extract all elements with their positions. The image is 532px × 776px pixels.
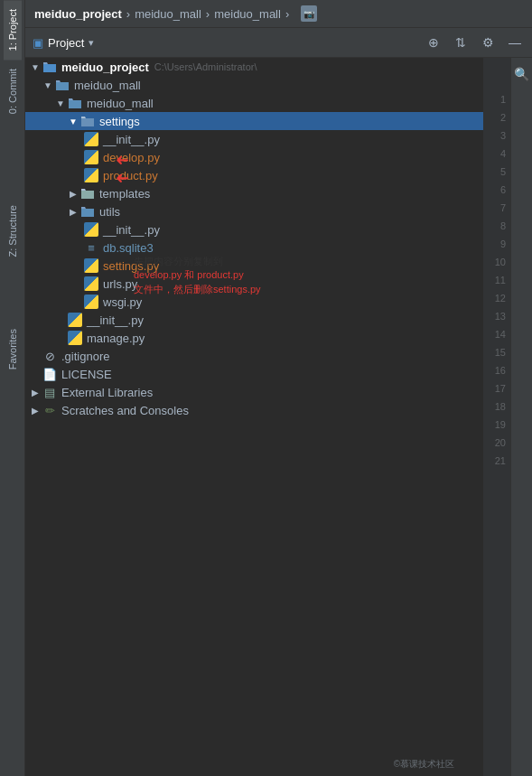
tree-label-db: db.sqlite3 — [103, 241, 154, 255]
tree-item-ext-libs[interactable]: ▶ ▤ External Libraries — [25, 383, 483, 401]
tree-item-scratches[interactable]: ▶ ✏ Scratches and Consoles — [25, 401, 483, 419]
tree-label-settings: settings — [99, 115, 140, 128]
bc-item-2[interactable]: meiduo_mall — [135, 7, 201, 21]
python-icon — [83, 276, 99, 291]
bc-item-3[interactable]: meiduo_mall — [214, 7, 281, 21]
breadcrumb: meiduo_project › meiduo_mall › meiduo_ma… — [25, 0, 532, 28]
tree-label-init2: __init__.py — [103, 223, 160, 237]
tree-item-gitignore[interactable]: ⊘ .gitignore — [25, 347, 483, 365]
collapse-btn[interactable]: ⇅ — [451, 33, 471, 52]
tree-item-develop[interactable]: develop.py 开发环境配置 ➜ — [25, 148, 483, 166]
add-btn[interactable]: ⊕ — [424, 33, 443, 52]
tree-label-ext-libs: External Libraries — [61, 386, 153, 399]
tree-path: C:\Users\Administrator\ — [154, 61, 257, 72]
folder-icon — [42, 60, 58, 74]
tree-label-settings-py: settings.py — [103, 259, 159, 273]
db-icon: ≡ — [83, 240, 99, 255]
expand-arrow: ▶ — [67, 189, 79, 199]
file-tree: ▼ meiduo_project C:\Users\Administrator\… — [25, 58, 483, 776]
camera-icon: 📷 — [301, 5, 317, 22]
project-panel: ▣ Project ▾ ⊕ ⇅ ⚙ — ▼ — [25, 28, 532, 776]
tree-label-license: LICENSE — [61, 368, 112, 381]
tree-item-license[interactable]: 📄 LICENSE — [25, 365, 483, 383]
tree-label-init3: __init__.py — [87, 313, 144, 327]
tree-item-init3[interactable]: __init__.py — [25, 311, 483, 329]
folder-icon: ▣ — [33, 36, 43, 50]
sidebar-tab-structure[interactable]: Z: Structure — [4, 196, 22, 266]
python-icon — [83, 295, 99, 309]
minimize-btn[interactable]: — — [505, 33, 525, 52]
python-icon — [67, 331, 83, 345]
tree-label-urls: urls.py — [103, 277, 137, 291]
python-icon — [67, 313, 83, 327]
tree-label-mall1: meiduo_mall — [74, 79, 141, 92]
folder-icon — [54, 78, 70, 92]
panel-actions: ⊕ ⇅ ⚙ — — [424, 33, 525, 52]
sidebar-tab-commit[interactable]: 0: Commit — [4, 60, 22, 123]
right-side: 🔍 — [510, 58, 532, 776]
tree-label-develop: develop.py — [103, 151, 160, 164]
settings-btn[interactable]: ⚙ — [478, 33, 498, 52]
tree-item-utils[interactable]: ▶ utils — [25, 202, 483, 220]
tree-item-manage[interactable]: manage.py — [25, 329, 483, 347]
panel-title: ▣ Project ▾ — [33, 36, 94, 50]
tree-item-settings-py[interactable]: settings.py 先把内容分别复制到 develop.py 和 produ… — [25, 257, 483, 275]
tree-item-meiduo-project[interactable]: ▼ meiduo_project C:\Users\Administrator\ — [25, 58, 483, 76]
tree-item-templates[interactable]: ▶ templates — [25, 184, 483, 202]
tree-item-mall-2[interactable]: ▼ meiduo_mall — [25, 94, 483, 112]
expand-arrow: ▶ — [29, 406, 42, 416]
tree-label-utils: utils — [99, 205, 120, 219]
python-icon — [83, 150, 99, 164]
tree-label-gitignore: .gitignore — [61, 350, 109, 363]
dropdown-arrow[interactable]: ▾ — [89, 37, 94, 49]
search-icon[interactable]: 🔍 — [513, 65, 531, 83]
tree-label-wsgi: wsgi.py — [103, 295, 142, 309]
gitignore-icon: ⊘ — [42, 349, 58, 363]
tree-label-mall2: meiduo_mall — [87, 97, 154, 110]
panel-header: ▣ Project ▾ ⊕ ⇅ ⚙ — — [25, 28, 532, 58]
tree-item-urls[interactable]: urls.py — [25, 275, 483, 293]
folder-icon — [67, 96, 83, 110]
tree-item-db[interactable]: ≡ db.sqlite3 — [25, 238, 483, 257]
expand-arrow: ▶ — [29, 388, 42, 397]
python-icon — [83, 258, 99, 273]
python-icon — [83, 168, 99, 182]
tree-item-wsgi[interactable]: wsgi.py — [25, 293, 483, 311]
expand-arrow: ▼ — [67, 117, 79, 126]
tree-item-init2[interactable]: __init__.py — [25, 220, 483, 238]
main-content: meiduo_project › meiduo_mall › meiduo_ma… — [25, 0, 532, 776]
ext-libs-icon: ▤ — [42, 385, 58, 399]
scratches-icon: ✏ — [42, 403, 58, 417]
tree-label-manage: manage.py — [87, 332, 145, 345]
tree-label-root: meiduo_project — [61, 61, 149, 74]
folder-icon — [79, 186, 96, 201]
python-icon — [83, 132, 99, 146]
tree-label-product: product.py — [103, 169, 158, 182]
side-tabs: 1: Project 0: Commit Z: Structure Favori… — [0, 0, 25, 776]
sidebar-tab-project[interactable]: 1: Project — [4, 0, 22, 60]
license-icon: 📄 — [42, 367, 58, 381]
panel-title-label: Project — [48, 36, 84, 50]
folder-icon — [79, 114, 96, 128]
watermark: ©慕课技术社区 — [394, 758, 454, 771]
sidebar-tab-favorites[interactable]: Favorites — [4, 320, 22, 379]
tree-label-init1: __init__.py — [103, 133, 160, 146]
folder-icon — [79, 204, 96, 219]
expand-arrow: ▼ — [29, 62, 42, 72]
expand-arrow: ▼ — [42, 80, 54, 90]
expand-arrow: ▶ — [67, 207, 79, 217]
bc-item-1[interactable]: meiduo_project — [34, 7, 122, 21]
tree-item-init1[interactable]: __init__.py — [25, 130, 483, 148]
tree-label-scratches: Scratches and Consoles — [61, 404, 189, 417]
python-icon — [83, 222, 99, 237]
tree-item-mall-1[interactable]: ▼ meiduo_mall — [25, 76, 483, 94]
tree-item-product[interactable]: product.py 生产环境配置 ➜ — [25, 166, 483, 184]
tree-label-templates: templates — [99, 187, 150, 201]
line-numbers: 12345 678910 1112131415 1617181920 21 — [483, 58, 510, 776]
expand-arrow: ▼ — [54, 98, 67, 108]
tree-item-settings[interactable]: ▼ settings — [25, 112, 483, 130]
